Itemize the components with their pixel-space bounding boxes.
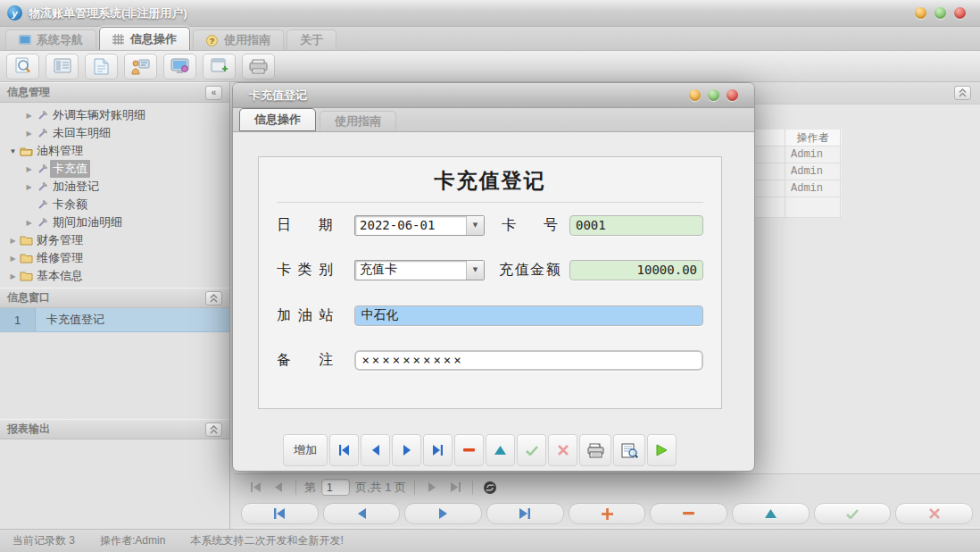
print-button[interactable] [579,434,611,466]
tree-folder-caiwu[interactable]: ▶ 财务管理 [0,231,229,249]
dialog-tab-info-operations[interactable]: 信息操作 [239,108,316,131]
dialog-title-bar[interactable]: 卡充值登记 [233,83,754,108]
tree-folder-youliao[interactable]: ▼ 油料管理 [0,142,229,160]
record-cancel-button[interactable] [895,503,973,524]
collapse-up-button[interactable] [205,422,222,437]
page-prev-button[interactable] [270,479,287,497]
tab-label: 使用指南 [335,113,381,130]
collapse-up-button[interactable] [205,291,222,305]
pagination-bar: 第 页,共 1 页 [234,473,980,500]
record-next-button[interactable] [404,503,482,524]
close-button[interactable] [954,7,966,19]
expand-arrow-icon[interactable]: ▶ [23,165,35,173]
collapse-left-button[interactable]: « [205,86,222,100]
collapse-panel-button[interactable] [954,86,971,100]
expand-arrow-icon[interactable]: ▶ [23,130,35,138]
new-window-button[interactable] [203,54,236,79]
dialog-close-button[interactable] [727,89,738,101]
tab-about[interactable]: 关于 [287,29,336,50]
user-report-button[interactable] [124,54,157,79]
monitor-button[interactable] [163,54,196,79]
expand-arrow-icon[interactable]: ▶ [23,183,35,191]
confirm-button[interactable] [517,434,546,466]
tree-item-jiayoudengji[interactable]: ▶ 加油登记 [0,178,229,196]
tree-item-kayue[interactable]: ▶ 卡余额 [0,196,229,213]
date-select[interactable]: 2022-06-01 ▼ [354,215,485,236]
prev-record-button[interactable] [361,434,390,466]
execute-button[interactable] [647,434,677,466]
dialog-maximize-button[interactable] [708,89,719,101]
record-last-button[interactable] [486,503,564,524]
tool-icon [35,181,50,192]
record-delete-button[interactable] [650,503,727,524]
search-button[interactable] [6,54,39,79]
card-type-select[interactable]: 充值卡 ▼ [354,260,485,280]
next-record-button[interactable] [392,434,421,466]
tab-label: 系统导航 [37,32,83,48]
cancel-button[interactable] [548,434,577,466]
expand-arrow-icon[interactable]: ▶ [23,219,35,227]
dialog-minimize-button[interactable] [689,89,701,101]
maximize-button[interactable] [934,7,946,19]
amount-field[interactable] [569,260,703,280]
tree-item-weihuiche[interactable]: ▶ 未回车明细 [0,124,229,142]
tool-icon [35,128,50,138]
form-view-button[interactable] [46,54,79,79]
printer-icon [587,443,604,458]
tab-info-operations[interactable]: 信息操作 [99,27,190,50]
page-last-button[interactable] [446,479,464,497]
tree-folder-jiben[interactable]: ▶ 基本信息 [0,267,229,285]
refresh-button[interactable] [481,479,499,497]
delete-record-button[interactable] [454,434,484,466]
expand-arrow-icon[interactable]: ▶ [7,272,19,280]
preview-button[interactable] [613,434,645,466]
tab-user-guide[interactable]: ? 使用指南 [193,29,284,50]
station-field[interactable] [354,305,703,326]
remark-field[interactable] [354,350,703,371]
preview-icon [621,443,638,458]
export-icon [249,59,268,74]
form-icon [54,58,71,74]
export-button[interactable] [242,54,275,79]
tree-item-label: 加油登记 [50,178,102,196]
page-number-input[interactable] [321,479,350,496]
last-icon [432,445,444,456]
info-window-item[interactable]: 1 卡充值登记 [0,308,229,332]
tree-item-waidiao[interactable]: ▶ 外调车辆对账明细 [0,106,229,124]
tab-label: 信息操作 [254,112,301,128]
dialog-tab-user-guide[interactable]: 使用指南 [320,111,396,131]
minimize-button[interactable] [915,7,926,19]
title-bar: y 物流账单管理系统(非注册用户) [0,0,980,27]
record-add-button[interactable] [569,503,646,524]
document-button[interactable] [85,54,118,79]
first-record-button[interactable] [329,434,359,466]
tree-item-kachongzhi[interactable]: ▶ 卡充值 [0,160,229,178]
tree-item-qijianjiayou[interactable]: ▶ 期间加油明细 [0,213,229,231]
expand-arrow-icon[interactable]: ▶ [23,112,35,120]
status-bar: 当前记录数 3 操作者:Admin 本系统支持二次开发和全新开发! [0,529,980,552]
record-edit-button[interactable] [732,503,810,524]
record-nav-toolbar [234,500,980,527]
tree-folder-weixiu[interactable]: ▶ 维修管理 [0,249,229,267]
chevron-down-icon[interactable]: ▼ [466,261,484,280]
last-record-button[interactable] [423,434,453,466]
record-prev-button[interactable] [323,503,401,524]
page-first-button[interactable] [246,479,264,497]
svg-text:?: ? [210,37,215,46]
status-record-count: 当前记录数 3 [0,533,87,548]
tab-system-nav[interactable]: 系统导航 [5,29,96,50]
expand-arrow-icon[interactable]: ▶ [7,255,19,263]
record-first-button[interactable] [241,503,319,524]
expand-arrow-icon[interactable]: ▶ [7,237,19,245]
status-message: 本系统支持二次开发和全新开发! [178,533,355,548]
tab-label: 使用指南 [224,32,270,48]
card-no-field[interactable] [569,215,703,236]
collapse-arrow-icon[interactable]: ▼ [7,147,19,155]
record-confirm-button[interactable] [814,503,892,524]
tool-icon [35,199,50,210]
page-next-button[interactable] [423,479,441,497]
chevron-down-icon[interactable]: ▼ [466,216,484,235]
tool-icon [35,110,50,121]
add-button[interactable]: 增加 [283,434,328,466]
edit-record-button[interactable] [486,434,515,466]
